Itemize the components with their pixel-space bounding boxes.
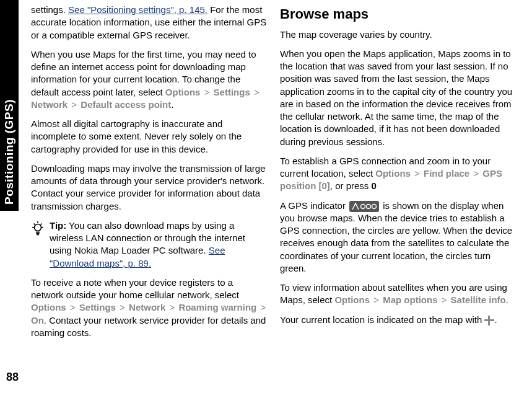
menu-path-item: Options <box>165 87 201 97</box>
key-zero: 0 <box>372 180 377 191</box>
gps-indicator-icon <box>349 201 379 212</box>
text: settings. <box>31 4 68 15</box>
svg-point-0 <box>35 224 41 231</box>
menu-path-item: Options <box>31 302 66 312</box>
paragraph: settings. See "Positioning settings", p.… <box>31 4 268 42</box>
menu-path-item: Network <box>129 302 165 312</box>
text: Your current location is indicated on th… <box>280 314 484 325</box>
menu-path-item: Options <box>375 168 411 179</box>
link-positioning-settings[interactable]: See "Positioning settings", p. 145. <box>68 4 207 15</box>
paragraph: To view information about satellites whe… <box>280 281 517 307</box>
text: is shown on the display when you browse … <box>280 200 512 273</box>
caret-icon: > <box>411 168 424 179</box>
menu-path-item: Default access point <box>81 99 171 110</box>
svg-point-11 <box>372 204 377 208</box>
caret-icon: > <box>250 87 261 97</box>
paragraph: The map coverage varies by country. <box>280 29 517 41</box>
svg-line-5 <box>41 223 42 224</box>
page-content: settings. See "Positioning settings", p.… <box>0 0 532 346</box>
svg-line-4 <box>34 223 35 224</box>
paragraph: To receive a note when your device regis… <box>31 277 268 339</box>
menu-path-item: Options <box>334 294 370 305</box>
svg-point-9 <box>361 204 365 208</box>
tip-block: Tip: You can also download maps by using… <box>31 219 268 270</box>
page-number: 88 <box>6 370 19 384</box>
caret-icon: > <box>200 87 213 97</box>
menu-path-item: Network <box>31 99 68 110</box>
menu-path-item: Satellite info <box>451 294 506 305</box>
menu-path-item: Settings <box>79 302 116 312</box>
text: . <box>171 99 173 110</box>
text: . Contact your network service provider … <box>31 315 266 338</box>
menu-path-item: Roaming warning <box>178 302 256 312</box>
caret-icon: > <box>116 302 129 312</box>
paragraph: To establish a GPS connection and zoom i… <box>280 155 517 193</box>
svg-point-10 <box>367 204 371 208</box>
left-column: settings. See "Positioning settings", p.… <box>31 4 268 346</box>
paragraph: When you use Maps for the first time, yo… <box>31 48 268 111</box>
text: . <box>494 314 497 325</box>
text: To receive a note when your device regis… <box>31 277 239 300</box>
menu-path-item: Find place <box>424 168 469 179</box>
section-heading: Browse maps <box>280 5 517 24</box>
caret-icon: > <box>469 168 482 179</box>
paragraph: When you open the Maps application, Maps… <box>280 48 517 148</box>
right-column: Browse maps The map coverage varies by c… <box>280 4 517 346</box>
caret-icon: > <box>370 294 383 305</box>
section-tab-label: Positioning (GPS) <box>1 99 17 205</box>
tip-label: Tip: <box>50 220 66 231</box>
lightbulb-icon <box>31 221 45 239</box>
paragraph: Almost all digital cartography is inaccu… <box>31 118 268 156</box>
caret-icon: > <box>165 302 178 312</box>
caret-icon: > <box>66 302 79 312</box>
menu-path-item: Map options <box>383 294 437 305</box>
paragraph: A GPS indicator is shown on the display … <box>280 200 517 275</box>
text: , or press <box>330 180 372 191</box>
section-tab: Positioning (GPS) <box>0 0 19 211</box>
caret-icon: > <box>437 294 450 305</box>
location-marker-icon <box>484 316 494 326</box>
menu-path-item: On <box>31 315 44 326</box>
paragraph: Your current location is indicated on th… <box>280 314 517 326</box>
paragraph: Downloading maps may involve the transmi… <box>31 162 268 213</box>
tip-text: Tip: You can also download maps by using… <box>50 219 268 270</box>
menu-path-item: Settings <box>214 87 250 97</box>
caret-icon: > <box>256 302 267 312</box>
text: . <box>506 294 508 305</box>
caret-icon: > <box>68 99 81 110</box>
text: A GPS indicator <box>280 200 348 211</box>
